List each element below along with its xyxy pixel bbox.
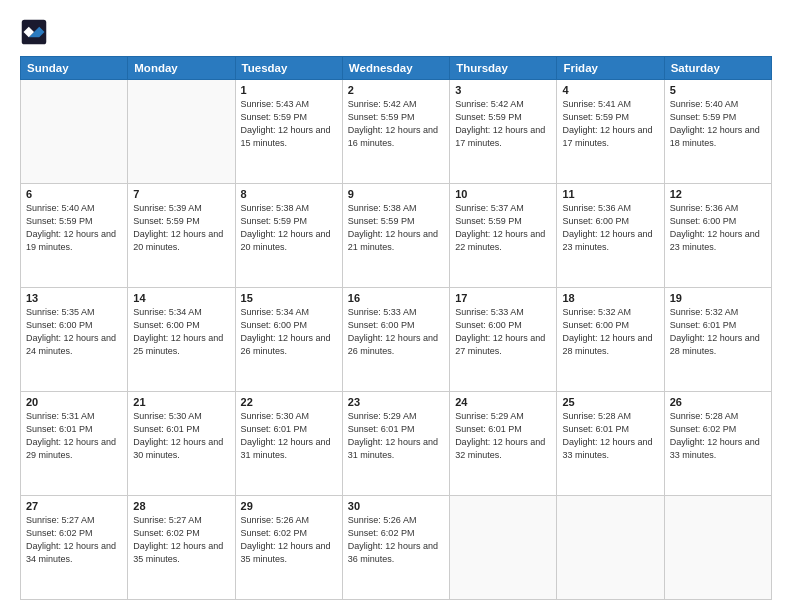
calendar-cell: 14Sunrise: 5:34 AM Sunset: 6:00 PM Dayli…	[128, 288, 235, 392]
calendar-cell: 16Sunrise: 5:33 AM Sunset: 6:00 PM Dayli…	[342, 288, 449, 392]
calendar-week-2: 6Sunrise: 5:40 AM Sunset: 5:59 PM Daylig…	[21, 184, 772, 288]
calendar-cell: 29Sunrise: 5:26 AM Sunset: 6:02 PM Dayli…	[235, 496, 342, 600]
day-info: Sunrise: 5:34 AM Sunset: 6:00 PM Dayligh…	[241, 306, 337, 358]
day-number: 11	[562, 188, 658, 200]
day-number: 27	[26, 500, 122, 512]
calendar-cell: 3Sunrise: 5:42 AM Sunset: 5:59 PM Daylig…	[450, 80, 557, 184]
calendar-cell: 8Sunrise: 5:38 AM Sunset: 5:59 PM Daylig…	[235, 184, 342, 288]
day-number: 13	[26, 292, 122, 304]
day-number: 5	[670, 84, 766, 96]
day-number: 29	[241, 500, 337, 512]
day-info: Sunrise: 5:29 AM Sunset: 6:01 PM Dayligh…	[348, 410, 444, 462]
calendar-cell: 7Sunrise: 5:39 AM Sunset: 5:59 PM Daylig…	[128, 184, 235, 288]
header-day-tuesday: Tuesday	[235, 57, 342, 80]
calendar-cell: 6Sunrise: 5:40 AM Sunset: 5:59 PM Daylig…	[21, 184, 128, 288]
day-info: Sunrise: 5:43 AM Sunset: 5:59 PM Dayligh…	[241, 98, 337, 150]
calendar-cell: 20Sunrise: 5:31 AM Sunset: 6:01 PM Dayli…	[21, 392, 128, 496]
day-info: Sunrise: 5:32 AM Sunset: 6:00 PM Dayligh…	[562, 306, 658, 358]
calendar-week-3: 13Sunrise: 5:35 AM Sunset: 6:00 PM Dayli…	[21, 288, 772, 392]
day-info: Sunrise: 5:33 AM Sunset: 6:00 PM Dayligh…	[455, 306, 551, 358]
day-info: Sunrise: 5:42 AM Sunset: 5:59 PM Dayligh…	[455, 98, 551, 150]
calendar-cell	[450, 496, 557, 600]
calendar-cell: 2Sunrise: 5:42 AM Sunset: 5:59 PM Daylig…	[342, 80, 449, 184]
calendar-week-5: 27Sunrise: 5:27 AM Sunset: 6:02 PM Dayli…	[21, 496, 772, 600]
calendar-cell: 28Sunrise: 5:27 AM Sunset: 6:02 PM Dayli…	[128, 496, 235, 600]
day-number: 23	[348, 396, 444, 408]
day-info: Sunrise: 5:35 AM Sunset: 6:00 PM Dayligh…	[26, 306, 122, 358]
day-number: 22	[241, 396, 337, 408]
calendar-cell: 5Sunrise: 5:40 AM Sunset: 5:59 PM Daylig…	[664, 80, 771, 184]
header-day-saturday: Saturday	[664, 57, 771, 80]
day-info: Sunrise: 5:34 AM Sunset: 6:00 PM Dayligh…	[133, 306, 229, 358]
calendar-cell: 22Sunrise: 5:30 AM Sunset: 6:01 PM Dayli…	[235, 392, 342, 496]
day-number: 8	[241, 188, 337, 200]
day-number: 10	[455, 188, 551, 200]
calendar-cell: 9Sunrise: 5:38 AM Sunset: 5:59 PM Daylig…	[342, 184, 449, 288]
day-number: 24	[455, 396, 551, 408]
day-number: 9	[348, 188, 444, 200]
day-info: Sunrise: 5:42 AM Sunset: 5:59 PM Dayligh…	[348, 98, 444, 150]
day-info: Sunrise: 5:30 AM Sunset: 6:01 PM Dayligh…	[241, 410, 337, 462]
calendar-cell: 19Sunrise: 5:32 AM Sunset: 6:01 PM Dayli…	[664, 288, 771, 392]
calendar-cell	[21, 80, 128, 184]
calendar-table: SundayMondayTuesdayWednesdayThursdayFrid…	[20, 56, 772, 600]
calendar-cell: 10Sunrise: 5:37 AM Sunset: 5:59 PM Dayli…	[450, 184, 557, 288]
day-number: 15	[241, 292, 337, 304]
day-number: 20	[26, 396, 122, 408]
calendar-header-row: SundayMondayTuesdayWednesdayThursdayFrid…	[21, 57, 772, 80]
day-number: 3	[455, 84, 551, 96]
day-number: 25	[562, 396, 658, 408]
day-number: 17	[455, 292, 551, 304]
header-day-wednesday: Wednesday	[342, 57, 449, 80]
day-number: 21	[133, 396, 229, 408]
calendar-cell: 17Sunrise: 5:33 AM Sunset: 6:00 PM Dayli…	[450, 288, 557, 392]
calendar-cell	[557, 496, 664, 600]
calendar-cell	[128, 80, 235, 184]
day-number: 28	[133, 500, 229, 512]
header-day-thursday: Thursday	[450, 57, 557, 80]
day-number: 30	[348, 500, 444, 512]
day-number: 18	[562, 292, 658, 304]
day-info: Sunrise: 5:30 AM Sunset: 6:01 PM Dayligh…	[133, 410, 229, 462]
day-info: Sunrise: 5:37 AM Sunset: 5:59 PM Dayligh…	[455, 202, 551, 254]
day-number: 4	[562, 84, 658, 96]
day-info: Sunrise: 5:36 AM Sunset: 6:00 PM Dayligh…	[562, 202, 658, 254]
day-number: 2	[348, 84, 444, 96]
calendar-cell: 1Sunrise: 5:43 AM Sunset: 5:59 PM Daylig…	[235, 80, 342, 184]
day-info: Sunrise: 5:36 AM Sunset: 6:00 PM Dayligh…	[670, 202, 766, 254]
day-number: 14	[133, 292, 229, 304]
calendar-cell: 30Sunrise: 5:26 AM Sunset: 6:02 PM Dayli…	[342, 496, 449, 600]
page: SundayMondayTuesdayWednesdayThursdayFrid…	[0, 0, 792, 612]
calendar-cell: 23Sunrise: 5:29 AM Sunset: 6:01 PM Dayli…	[342, 392, 449, 496]
day-info: Sunrise: 5:33 AM Sunset: 6:00 PM Dayligh…	[348, 306, 444, 358]
day-info: Sunrise: 5:40 AM Sunset: 5:59 PM Dayligh…	[26, 202, 122, 254]
header-day-friday: Friday	[557, 57, 664, 80]
calendar-cell: 27Sunrise: 5:27 AM Sunset: 6:02 PM Dayli…	[21, 496, 128, 600]
day-number: 19	[670, 292, 766, 304]
day-info: Sunrise: 5:40 AM Sunset: 5:59 PM Dayligh…	[670, 98, 766, 150]
header	[20, 18, 772, 46]
calendar-cell: 4Sunrise: 5:41 AM Sunset: 5:59 PM Daylig…	[557, 80, 664, 184]
calendar-cell: 15Sunrise: 5:34 AM Sunset: 6:00 PM Dayli…	[235, 288, 342, 392]
calendar-cell: 11Sunrise: 5:36 AM Sunset: 6:00 PM Dayli…	[557, 184, 664, 288]
day-info: Sunrise: 5:39 AM Sunset: 5:59 PM Dayligh…	[133, 202, 229, 254]
day-number: 16	[348, 292, 444, 304]
header-day-monday: Monday	[128, 57, 235, 80]
day-info: Sunrise: 5:26 AM Sunset: 6:02 PM Dayligh…	[348, 514, 444, 566]
logo	[20, 18, 52, 46]
day-info: Sunrise: 5:31 AM Sunset: 6:01 PM Dayligh…	[26, 410, 122, 462]
header-day-sunday: Sunday	[21, 57, 128, 80]
calendar-week-4: 20Sunrise: 5:31 AM Sunset: 6:01 PM Dayli…	[21, 392, 772, 496]
day-number: 12	[670, 188, 766, 200]
calendar-cell: 21Sunrise: 5:30 AM Sunset: 6:01 PM Dayli…	[128, 392, 235, 496]
calendar-cell: 18Sunrise: 5:32 AM Sunset: 6:00 PM Dayli…	[557, 288, 664, 392]
day-info: Sunrise: 5:28 AM Sunset: 6:01 PM Dayligh…	[562, 410, 658, 462]
day-info: Sunrise: 5:27 AM Sunset: 6:02 PM Dayligh…	[26, 514, 122, 566]
calendar-week-1: 1Sunrise: 5:43 AM Sunset: 5:59 PM Daylig…	[21, 80, 772, 184]
day-info: Sunrise: 5:41 AM Sunset: 5:59 PM Dayligh…	[562, 98, 658, 150]
calendar-cell: 25Sunrise: 5:28 AM Sunset: 6:01 PM Dayli…	[557, 392, 664, 496]
day-info: Sunrise: 5:38 AM Sunset: 5:59 PM Dayligh…	[241, 202, 337, 254]
day-info: Sunrise: 5:32 AM Sunset: 6:01 PM Dayligh…	[670, 306, 766, 358]
day-info: Sunrise: 5:26 AM Sunset: 6:02 PM Dayligh…	[241, 514, 337, 566]
logo-icon	[20, 18, 48, 46]
